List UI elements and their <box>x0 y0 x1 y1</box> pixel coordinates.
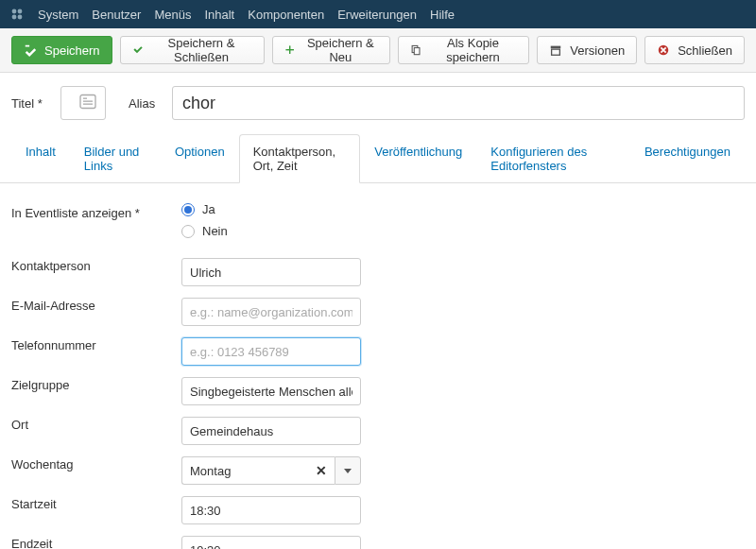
location-label: Ort <box>11 412 181 432</box>
weekday-select[interactable]: Montag ✕ <box>181 456 361 485</box>
tab-optionen[interactable]: Optionen <box>161 134 239 183</box>
save-copy-button[interactable]: Als Kopie speichern <box>398 36 529 64</box>
phone-label: Telefonnummer <box>11 333 181 352</box>
nav-system[interactable]: System <box>38 8 78 22</box>
svg-rect-9 <box>551 46 561 49</box>
end-input[interactable] <box>181 536 361 549</box>
start-label: Startzeit <box>11 491 181 511</box>
nav-inhalt[interactable]: Inhalt <box>204 8 234 22</box>
contact-label: Kontaktperson <box>11 253 181 273</box>
alias-label: Alias <box>129 96 161 111</box>
joomla-icon[interactable] <box>9 7 25 22</box>
radio-yes[interactable]: Ja <box>181 202 745 216</box>
end-label: Endzeit <box>11 531 181 549</box>
tab-bilder-links[interactable]: Bilder und Links <box>70 134 161 183</box>
show-in-eventlist-radio-group: Ja Nein <box>181 200 745 238</box>
check-icon <box>132 43 143 57</box>
weekday-value: Montag <box>190 464 231 478</box>
translate-icon[interactable] <box>79 94 96 113</box>
close-button[interactable]: Schließen <box>644 36 745 64</box>
title-label: Titel * <box>11 96 49 111</box>
start-input[interactable] <box>181 496 361 524</box>
top-navigation: System Benutzer Menüs Inhalt Komponenten… <box>0 0 756 28</box>
svg-point-1 <box>18 9 23 14</box>
tab-berechtigungen[interactable]: Berechtigungen <box>630 134 745 183</box>
apply-icon <box>24 43 37 57</box>
audience-label: Zielgruppe <box>11 372 181 392</box>
svg-rect-6 <box>285 49 294 50</box>
svg-rect-14 <box>83 101 93 102</box>
nav-hilfe[interactable]: Hilfe <box>430 8 455 22</box>
archive-icon <box>549 43 562 57</box>
show-in-eventlist-label: In Eventliste anzeigen * <box>11 200 181 220</box>
toolbar: Speichern Speichern & Schließen Speicher… <box>0 28 756 73</box>
radio-no[interactable]: Nein <box>181 224 745 238</box>
cancel-icon <box>657 43 670 57</box>
save-button[interactable]: Speichern <box>11 36 112 64</box>
svg-rect-8 <box>415 48 421 55</box>
radio-dot-icon <box>181 203 195 216</box>
versions-button[interactable]: Versionen <box>537 36 637 64</box>
email-input[interactable] <box>181 298 361 326</box>
weekday-label: Wochentag <box>11 452 181 472</box>
title-bar: Titel * Alias <box>0 73 756 133</box>
svg-rect-10 <box>552 49 560 55</box>
phone-input[interactable] <box>181 337 361 366</box>
nav-erweiterungen[interactable]: Erweiterungen <box>337 8 417 22</box>
save-close-button[interactable]: Speichern & Schließen <box>120 36 265 64</box>
nav-menus[interactable]: Menüs <box>154 8 191 22</box>
svg-rect-4 <box>26 45 29 47</box>
nav-benutzer[interactable]: Benutzer <box>92 8 141 22</box>
tab-veroeffentlichung[interactable]: Veröffentlichung <box>360 134 476 183</box>
save-new-button[interactable]: Speichern & Neu <box>272 36 390 64</box>
form-area: In Eventliste anzeigen * Ja Nein Kontakt… <box>0 183 756 549</box>
clear-icon[interactable]: ✕ <box>316 463 327 478</box>
svg-point-2 <box>12 15 17 20</box>
svg-rect-13 <box>83 98 87 99</box>
tab-inhalt[interactable]: Inhalt <box>11 134 70 183</box>
location-input[interactable] <box>181 417 361 445</box>
svg-point-0 <box>12 9 17 14</box>
svg-point-3 <box>18 15 23 20</box>
tabs: Inhalt Bilder und Links Optionen Kontakt… <box>0 133 756 183</box>
contact-input[interactable] <box>181 258 361 286</box>
copy-icon <box>410 43 421 57</box>
nav-komponenten[interactable]: Komponenten <box>248 8 324 22</box>
radio-dot-icon <box>181 225 195 238</box>
chevron-down-icon[interactable] <box>335 456 361 485</box>
svg-rect-15 <box>83 104 93 105</box>
audience-input[interactable] <box>181 377 361 405</box>
alias-input[interactable] <box>172 86 745 120</box>
email-label: E-Mail-Adresse <box>11 293 181 313</box>
tab-editor-config[interactable]: Konfigurieren des Editorfensters <box>476 134 630 183</box>
tab-kontakt-ort-zeit[interactable]: Kontaktperson, Ort, Zeit <box>239 134 361 183</box>
plus-icon <box>284 43 295 57</box>
